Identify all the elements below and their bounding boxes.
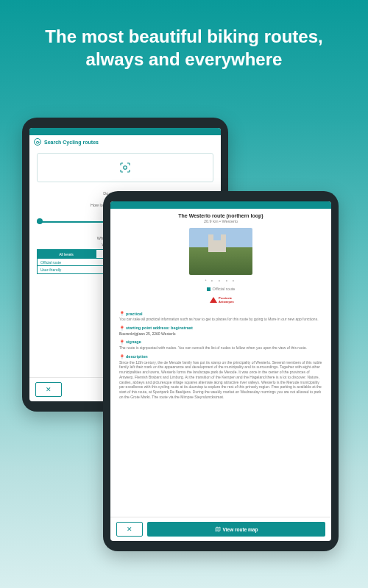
section-desc-hdr: description bbox=[126, 354, 148, 359]
tab-all-levels[interactable]: All levels bbox=[37, 249, 96, 258]
pin-icon: 📍 bbox=[119, 354, 124, 359]
status-bar bbox=[29, 128, 221, 135]
scan-icon bbox=[118, 161, 132, 174]
section-signage-hdr: signage bbox=[126, 340, 141, 344]
square-icon bbox=[207, 287, 210, 291]
scan-node-box[interactable] bbox=[37, 153, 213, 182]
route-title: The Westerlo route (northern loop) bbox=[110, 209, 331, 219]
search-header: ⟳ Search Cycling routes bbox=[29, 135, 221, 148]
map-icon bbox=[215, 526, 221, 532]
section-practical-hdr: practical bbox=[126, 312, 143, 316]
status-bar bbox=[110, 201, 331, 209]
section-start-line: Boerenkrijglaan 25, 2260 Westerlo bbox=[119, 331, 322, 336]
route-subtitle: 20.9 km • Westerlo bbox=[110, 219, 331, 223]
triangle-icon bbox=[210, 297, 217, 303]
pin-icon: 📍 bbox=[119, 311, 124, 316]
search-header-title: Search Cycling routes bbox=[44, 140, 99, 145]
official-route-label: Official route bbox=[110, 287, 331, 291]
route-photo bbox=[189, 228, 252, 275]
section-practical-body: You can take all practical information s… bbox=[119, 317, 322, 322]
close-button[interactable]: ✕ bbox=[116, 522, 143, 537]
app-logo-icon: ⟳ bbox=[34, 138, 41, 146]
view-route-map-button[interactable]: View route map bbox=[147, 522, 325, 537]
photo-pager-dots[interactable]: • ∘ ∘ ∘ ∘ bbox=[110, 277, 331, 282]
promo-headline: The most beautiful biking routes, always… bbox=[0, 0, 368, 71]
section-start-hdr: starting point address: beginstraat bbox=[126, 326, 193, 330]
pin-icon: 📍 bbox=[119, 326, 124, 331]
provider-badge: Provincie Antwerpen bbox=[210, 293, 232, 306]
section-signage-body: The route is signposted with nodes. You … bbox=[119, 345, 322, 351]
close-button[interactable]: ✕ bbox=[35, 382, 62, 397]
tablet-detail-mockup: The Westerlo route (northern loop) 20.9 … bbox=[103, 191, 339, 551]
svg-point-0 bbox=[124, 166, 127, 170]
section-desc-body: Since the 12th century, the de Merode fa… bbox=[119, 360, 322, 400]
pin-icon: 📍 bbox=[119, 340, 124, 345]
